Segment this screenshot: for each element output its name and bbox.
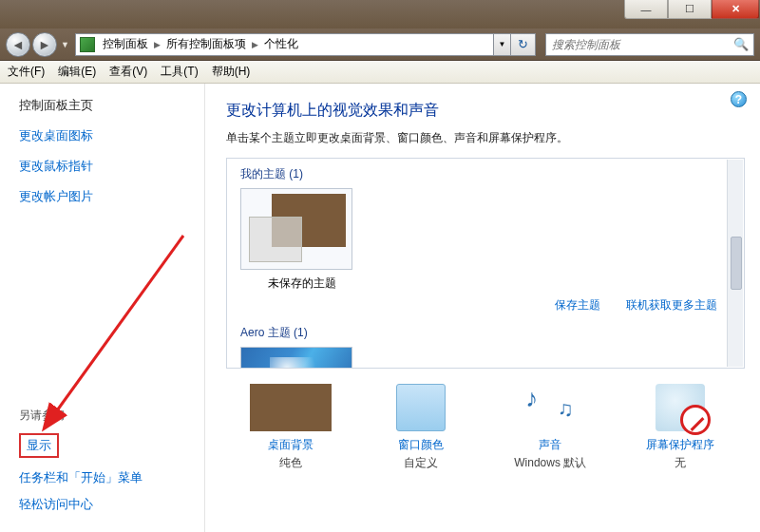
save-theme-link[interactable]: 保存主题	[555, 298, 600, 312]
breadcrumb-root[interactable]: 控制面板	[101, 36, 150, 52]
breadcrumb-sep-icon: ▶	[248, 40, 262, 49]
forward-button[interactable]: ►	[32, 32, 57, 57]
sidebar-link-ease[interactable]: 轻松访问中心	[19, 496, 204, 513]
sidebar-link-icons[interactable]: 更改桌面图标	[19, 127, 204, 144]
nav-bar: ◄ ► ▼ 控制面板 ▶ 所有控制面板项 ▶ 个性化 ▼ ↻ 🔍	[0, 28, 760, 61]
sidebar-link-pointer[interactable]: 更改鼠标指针	[19, 158, 204, 175]
sound-icon	[525, 384, 575, 431]
ss-label: 屏幕保护程序	[624, 437, 736, 453]
help-icon[interactable]: ?	[731, 91, 747, 107]
wc-label: 窗口颜色	[365, 437, 477, 453]
sidebar-link-taskbar[interactable]: 任务栏和「开始」菜单	[19, 469, 204, 486]
settings-row: 桌面背景 纯色 窗口颜色 自定义 声音 Windows 默认 屏幕保护程序 无	[226, 384, 745, 471]
menu-file[interactable]: 文件(F)	[8, 64, 45, 80]
get-more-themes-link[interactable]: 联机获取更多主题	[626, 298, 717, 312]
window-color-button[interactable]: 窗口颜色 自定义	[365, 384, 477, 471]
title-bar: — ☐ ✕	[0, 0, 760, 28]
sidebar-home[interactable]: 控制面板主页	[19, 97, 204, 114]
group-my-themes: 我的主题 (1)	[240, 166, 731, 182]
search-box[interactable]: 🔍	[545, 33, 754, 56]
screensaver-icon	[656, 384, 705, 431]
address-bar[interactable]: 控制面板 ▶ 所有控制面板项 ▶ 个性化	[75, 33, 494, 56]
screensaver-button[interactable]: 屏幕保护程序 无	[624, 384, 736, 471]
theme-thumbnail	[240, 188, 352, 270]
menu-help[interactable]: 帮助(H)	[212, 64, 251, 80]
background-swatch-icon	[250, 384, 332, 431]
window-color-icon	[396, 384, 446, 431]
breadcrumb-sep-icon: ▶	[150, 40, 164, 49]
ss-value: 无	[624, 455, 736, 471]
sidebar-link-display[interactable]: 显示	[19, 433, 59, 458]
scrollbar[interactable]	[727, 160, 743, 367]
minimize-button[interactable]: —	[624, 0, 668, 19]
menu-view[interactable]: 查看(V)	[109, 64, 147, 80]
sidebar: 控制面板主页 更改桌面图标 更改鼠标指针 更改帐户图片 另请参阅 显示 任务栏和…	[0, 84, 205, 532]
menu-bar: 文件(F) 编辑(E) 查看(V) 工具(T) 帮助(H)	[0, 61, 760, 84]
sidebar-link-picture[interactable]: 更改帐户图片	[19, 188, 204, 205]
breadcrumb-mid[interactable]: 所有控制面板项	[164, 36, 248, 52]
sd-label: 声音	[494, 437, 606, 453]
themes-list: 我的主题 (1) 未保存的主题 保存主题 联机获取更多主题 Aero 主题 (1…	[226, 158, 745, 369]
content-pane: ? 更改计算机上的视觉效果和声音 单击某个主题立即更改桌面背景、窗口颜色、声音和…	[205, 84, 760, 532]
page-title: 更改计算机上的视觉效果和声音	[226, 101, 745, 121]
bg-label: 桌面背景	[235, 437, 347, 453]
maximize-button[interactable]: ☐	[668, 0, 712, 19]
control-panel-icon	[80, 37, 95, 52]
menu-edit[interactable]: 编辑(E)	[58, 64, 96, 80]
bg-value: 纯色	[235, 455, 347, 471]
close-button[interactable]: ✕	[712, 0, 759, 19]
desktop-background-button[interactable]: 桌面背景 纯色	[235, 384, 347, 471]
page-subtitle: 单击某个主题立即更改桌面背景、窗口颜色、声音和屏幕保护程序。	[226, 130, 745, 146]
refresh-button[interactable]: ↻	[511, 33, 536, 56]
menu-tools[interactable]: 工具(T)	[161, 64, 198, 80]
history-dropdown[interactable]: ▼	[59, 40, 71, 49]
theme-name: 未保存的主题	[240, 276, 364, 292]
theme-item[interactable]: 未保存的主题	[240, 188, 364, 292]
address-dropdown[interactable]: ▼	[494, 33, 511, 56]
wc-value: 自定义	[365, 455, 477, 471]
breadcrumb-leaf[interactable]: 个性化	[262, 36, 300, 52]
theme-thumbnail	[240, 347, 352, 368]
group-aero-themes: Aero 主题 (1)	[240, 325, 731, 341]
back-button[interactable]: ◄	[6, 32, 30, 57]
sidebar-see-also: 另请参阅	[19, 408, 204, 424]
search-input[interactable]	[546, 38, 729, 51]
sd-value: Windows 默认	[494, 455, 606, 471]
sound-button[interactable]: 声音 Windows 默认	[494, 384, 606, 471]
search-icon[interactable]: 🔍	[729, 37, 753, 51]
theme-item[interactable]	[240, 347, 364, 368]
